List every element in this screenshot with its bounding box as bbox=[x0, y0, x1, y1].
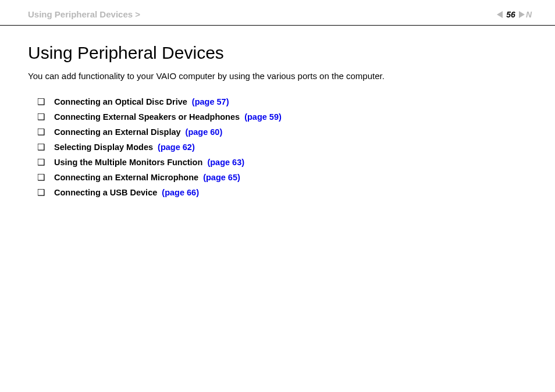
list-item-label: Connecting a USB Device bbox=[54, 188, 157, 197]
list-item: ❑ Using the Multiple Monitors Function (… bbox=[37, 158, 527, 167]
page-link[interactable]: (page 62) bbox=[158, 142, 195, 152]
prev-page-arrow-icon[interactable] bbox=[497, 11, 503, 18]
bullet-icon: ❑ bbox=[37, 173, 45, 182]
page-link[interactable]: (page 57) bbox=[192, 97, 229, 106]
page-link[interactable]: (page 65) bbox=[203, 173, 240, 182]
bullet-icon: ❑ bbox=[37, 97, 45, 106]
list-item: ❑ Connecting a USB Device (page 66) bbox=[37, 188, 527, 197]
page-nav: 56 N bbox=[497, 10, 532, 19]
page-content: Using Peripheral Devices You can add fun… bbox=[0, 26, 555, 220]
list-item: ❑ Connecting an Optical Disc Drive (page… bbox=[37, 97, 527, 106]
bullet-icon: ❑ bbox=[37, 188, 45, 197]
intro-text: You can add functionality to your VAIO c… bbox=[28, 71, 527, 81]
list-item-label: Connecting External Speakers or Headphon… bbox=[54, 112, 240, 122]
page-link[interactable]: (page 60) bbox=[186, 127, 223, 137]
page-link[interactable]: (page 63) bbox=[207, 158, 244, 167]
page-title: Using Peripheral Devices bbox=[28, 43, 527, 63]
bullet-icon: ❑ bbox=[37, 142, 45, 152]
list-item-label: Connecting an External Display bbox=[54, 127, 181, 137]
list-item-label: Connecting an Optical Disc Drive bbox=[54, 97, 187, 106]
next-page-letter[interactable]: N bbox=[526, 10, 532, 19]
list-item: ❑ Connecting an External Display (page 6… bbox=[37, 127, 527, 137]
page-link[interactable]: (page 59) bbox=[244, 112, 282, 122]
bullet-icon: ❑ bbox=[37, 112, 45, 122]
topic-list: ❑ Connecting an Optical Disc Drive (page… bbox=[28, 97, 527, 197]
list-item: ❑ Connecting an External Microphone (pag… bbox=[37, 173, 527, 182]
next-page-arrow-icon[interactable] bbox=[519, 11, 525, 18]
bullet-icon: ❑ bbox=[37, 158, 45, 167]
page-link[interactable]: (page 66) bbox=[162, 188, 199, 197]
list-item-label: Using the Multiple Monitors Function bbox=[54, 158, 202, 167]
breadcrumb: Using Peripheral Devices > bbox=[28, 9, 140, 19]
list-item-label: Selecting Display Modes bbox=[54, 142, 153, 152]
page-number: 56 bbox=[506, 10, 515, 19]
page-header: Using Peripheral Devices > 56 N bbox=[0, 0, 555, 26]
list-item-label: Connecting an External Microphone bbox=[54, 173, 198, 182]
list-item: ❑ Selecting Display Modes (page 62) bbox=[37, 142, 527, 152]
bullet-icon: ❑ bbox=[37, 127, 45, 137]
list-item: ❑ Connecting External Speakers or Headph… bbox=[37, 112, 527, 122]
